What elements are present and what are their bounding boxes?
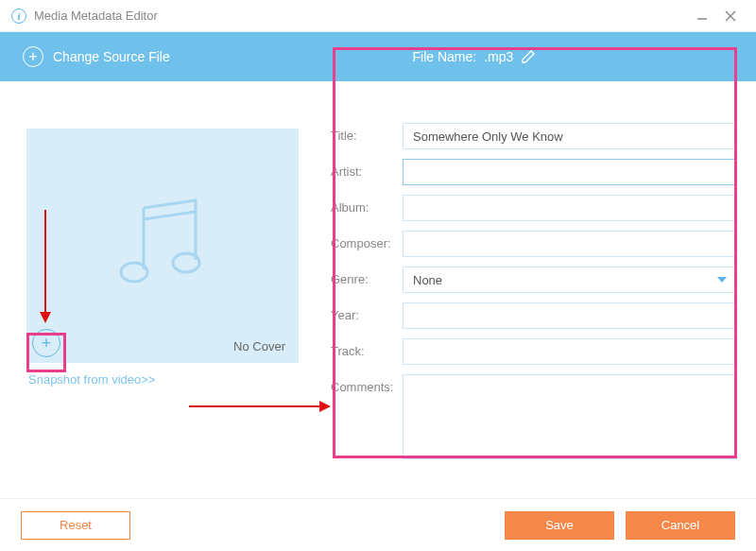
- genre-value: None: [413, 273, 442, 287]
- row-album: Album:: [331, 195, 737, 221]
- reset-button[interactable]: Reset: [21, 511, 130, 540]
- row-title: Title:: [331, 123, 737, 149]
- label-composer: Composer:: [331, 231, 403, 250]
- row-artist: Artist:: [331, 159, 737, 185]
- close-button[interactable]: [716, 5, 745, 27]
- snapshot-link[interactable]: Snapshot from video>>: [28, 372, 312, 387]
- no-cover-label: No Cover: [233, 339, 285, 353]
- info-icon: i: [11, 9, 26, 24]
- artist-input[interactable]: [403, 159, 737, 185]
- app-title: Media Metadata Editor: [34, 9, 688, 23]
- music-note-icon: [106, 189, 219, 302]
- svg-point-5: [173, 253, 199, 272]
- titlebar: i Media Metadata Editor: [0, 0, 756, 32]
- composer-input[interactable]: [403, 231, 737, 257]
- label-year: Year:: [331, 302, 403, 322]
- edit-icon[interactable]: [521, 49, 536, 64]
- toolbar: + Change Source File File Name: .mp3: [0, 32, 756, 81]
- plus-icon: +: [23, 46, 43, 67]
- svg-line-6: [144, 212, 196, 219]
- row-genre: Genre: None: [331, 267, 737, 293]
- year-input[interactable]: [403, 302, 737, 329]
- change-source-button[interactable]: + Change Source File: [0, 46, 193, 67]
- cancel-button[interactable]: Cancel: [626, 511, 735, 540]
- filename-value: .mp3: [484, 49, 513, 64]
- minimize-icon: [696, 10, 708, 22]
- row-track: Track:: [331, 338, 737, 365]
- comments-input[interactable]: [403, 374, 737, 459]
- left-pane: No Cover + Snapshot from video>>: [0, 81, 331, 498]
- add-cover-button[interactable]: +: [32, 329, 60, 357]
- album-input[interactable]: [403, 195, 737, 221]
- track-input[interactable]: [403, 338, 737, 365]
- title-input[interactable]: [403, 123, 737, 149]
- chevron-down-icon: [717, 277, 727, 283]
- right-pane: Title: Artist: Album: Composer: Genre: N…: [331, 81, 756, 498]
- label-album: Album:: [331, 195, 403, 215]
- footer: Reset Save Cancel: [0, 498, 756, 551]
- cover-art-box: No Cover +: [26, 129, 299, 363]
- svg-point-4: [121, 263, 147, 282]
- close-icon: [725, 10, 736, 22]
- label-track: Track:: [331, 338, 403, 358]
- genre-select[interactable]: None: [403, 267, 737, 293]
- filename-label: File Name:: [412, 49, 476, 64]
- minimize-button[interactable]: [688, 5, 716, 27]
- label-artist: Artist:: [331, 159, 403, 179]
- label-comments: Comments:: [331, 374, 403, 394]
- label-genre: Genre:: [331, 267, 403, 286]
- change-source-label: Change Source File: [53, 49, 170, 64]
- label-title: Title:: [331, 123, 403, 143]
- filename-area: File Name: .mp3: [193, 49, 756, 64]
- save-button[interactable]: Save: [505, 511, 614, 540]
- row-composer: Composer:: [331, 231, 737, 257]
- main: No Cover + Snapshot from video>> Title: …: [0, 81, 756, 498]
- row-year: Year:: [331, 302, 737, 329]
- row-comments: Comments:: [331, 374, 737, 459]
